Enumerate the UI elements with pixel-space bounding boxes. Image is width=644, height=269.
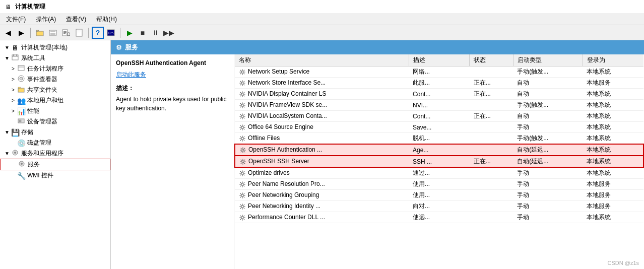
sidebar-item-services[interactable]: 服务 bbox=[0, 159, 110, 170]
table-row[interactable]: Office 64 Source Engine Save... 手动 本地系统 bbox=[235, 122, 643, 133]
table-row[interactable]: OpenSSH Authentication ... Age... 自动(延迟.… bbox=[235, 144, 643, 156]
svg-point-46 bbox=[241, 206, 243, 208]
sidebar: ▼ 🖥 计算机管理(本地) ▼ 系统工具 > 任务计划程序 > 事件查看器 bbox=[0, 40, 111, 269]
cell-startup: 手动 bbox=[513, 212, 583, 223]
col-header-login[interactable]: 登录为 bbox=[583, 54, 643, 66]
expand-icon-share: > bbox=[10, 87, 16, 93]
expand-icon-device bbox=[10, 119, 16, 125]
toolbar-pause[interactable]: ⏸ bbox=[150, 27, 162, 39]
cell-status: 正在... bbox=[470, 111, 513, 122]
sidebar-item-performance[interactable]: > 📊 性能 bbox=[0, 106, 110, 116]
cell-startup: 手动(触发... bbox=[513, 66, 583, 78]
sidebar-label-perf: 性能 bbox=[27, 107, 39, 115]
cell-login: 本地系统 bbox=[583, 156, 643, 167]
table-row[interactable]: Peer Networking Identity ... 向对... 手动 本地… bbox=[235, 201, 643, 212]
services-table-container[interactable]: 名称 描述 状态 启动类型 登录为 Network Setup Service … bbox=[234, 54, 644, 269]
cell-login: 本地服务 bbox=[583, 201, 643, 212]
cell-login: 本地系统 bbox=[583, 111, 643, 122]
cell-status bbox=[470, 66, 513, 78]
table-header: 名称 描述 状态 启动类型 登录为 bbox=[235, 54, 643, 66]
folder-icon bbox=[36, 29, 44, 37]
split-content: OpenSSH Authentication Agent 启动此服务 描述： A… bbox=[111, 54, 644, 269]
sidebar-item-local-users[interactable]: > 👥 本地用户和组 bbox=[0, 95, 110, 106]
table-row[interactable]: Performance Counter DLL ... 使远... 手动 本地系… bbox=[235, 212, 643, 223]
table-row[interactable]: Optimize drives 通过... 手动 本地系统 bbox=[235, 167, 643, 179]
services-table: 名称 描述 状态 启动类型 登录为 Network Setup Service … bbox=[234, 54, 644, 223]
table-row[interactable]: NVIDIA Display Container LS Cont... 正在..… bbox=[235, 89, 643, 100]
sidebar-item-event-viewer[interactable]: > 事件查看器 bbox=[0, 74, 110, 85]
cell-desc: 通过... bbox=[409, 167, 470, 179]
cell-desc: 此服... bbox=[409, 78, 470, 89]
col-header-name[interactable]: 名称 bbox=[235, 54, 409, 66]
cell-desc: 使用... bbox=[409, 179, 470, 190]
table-row[interactable]: OpenSSH SSH Server SSH ... 正在... 自动(延迟..… bbox=[235, 156, 643, 167]
col-header-startup[interactable]: 启动类型 bbox=[513, 54, 583, 66]
left-panel: OpenSSH Authentication Agent 启动此服务 描述： A… bbox=[111, 54, 234, 269]
sidebar-item-shared-folder[interactable]: > 共享文件夹 bbox=[0, 85, 110, 95]
cell-login: 本地系统 bbox=[583, 89, 643, 100]
services-icon bbox=[18, 160, 26, 169]
expand-icon-perf: > bbox=[10, 108, 16, 114]
cell-desc: Age... bbox=[409, 144, 470, 156]
table-row[interactable]: Offline Files 脱机... 手动(触发... 本地系统 bbox=[235, 133, 643, 145]
table-row[interactable]: Peer Name Resolution Pro... 使用... 手动 本地服… bbox=[235, 179, 643, 190]
svg-point-45 bbox=[241, 194, 243, 196]
menu-action[interactable]: 操作(A) bbox=[34, 15, 58, 24]
svg-rect-7 bbox=[63, 31, 67, 32]
cell-startup: 手动 bbox=[513, 122, 583, 133]
cell-name: NVIDIA Display Container LS bbox=[235, 89, 409, 100]
expand-icon-storage: ▼ bbox=[4, 129, 10, 136]
cell-status bbox=[470, 201, 513, 212]
cell-startup: 手动 bbox=[513, 179, 583, 190]
sidebar-item-system-tools[interactable]: ▼ 系统工具 bbox=[0, 53, 110, 63]
device-icon bbox=[17, 117, 25, 126]
svg-rect-22 bbox=[18, 65, 24, 71]
table-row[interactable]: Peer Networking Grouping 使用... 手动 本地服务 bbox=[235, 190, 643, 201]
toolbar-play[interactable]: ▶ bbox=[123, 27, 136, 39]
sidebar-item-root[interactable]: ▼ 🖥 计算机管理(本地) bbox=[0, 42, 110, 53]
svg-rect-21 bbox=[16, 54, 17, 56]
svg-marker-1 bbox=[36, 30, 39, 31]
cell-startup: 手动 bbox=[513, 167, 583, 179]
toolbar-back[interactable]: ◀ bbox=[2, 27, 14, 39]
sidebar-item-disk-management[interactable]: 💿 磁盘管理 bbox=[0, 138, 110, 148]
cell-status bbox=[470, 167, 513, 179]
toolbar-btn-5[interactable]: C:\ bbox=[105, 27, 117, 39]
svg-point-38 bbox=[241, 115, 243, 117]
toolbar-btn-2[interactable] bbox=[47, 27, 59, 39]
toolbar-stop[interactable]: ■ bbox=[137, 27, 149, 39]
sidebar-item-wmi[interactable]: 🔧 WMI 控件 bbox=[0, 170, 110, 181]
sidebar-item-services-apps[interactable]: ▼ 服务和应用程序 bbox=[0, 148, 110, 159]
svg-point-34 bbox=[241, 71, 243, 73]
svg-rect-15 bbox=[77, 33, 80, 33]
toolbar-forward[interactable]: ▶ bbox=[15, 27, 27, 39]
toolbar-btn-4[interactable] bbox=[73, 27, 85, 39]
sidebar-label-wmi: WMI 控件 bbox=[27, 171, 53, 180]
sidebar-item-storage[interactable]: ▼ 💾 存储 bbox=[0, 127, 110, 138]
expand-icon-task: > bbox=[10, 66, 16, 72]
svg-point-35 bbox=[241, 82, 243, 84]
col-header-desc[interactable]: 描述 bbox=[409, 54, 470, 66]
table-row[interactable]: Network Store Interface Se... 此服... 正在..… bbox=[235, 78, 643, 89]
toolbar-help[interactable]: ? bbox=[92, 27, 104, 39]
start-service-link[interactable]: 启动此服务 bbox=[116, 71, 229, 79]
menu-view[interactable]: 查看(V) bbox=[64, 15, 88, 24]
sidebar-item-task-scheduler[interactable]: > 任务计划程序 bbox=[0, 63, 110, 74]
menu-help[interactable]: 帮助(H) bbox=[94, 15, 119, 24]
table-row[interactable]: Network Setup Service 网络... 手动(触发... 本地系… bbox=[235, 66, 643, 78]
toolbar-up[interactable] bbox=[34, 27, 46, 39]
toolbar-restart[interactable]: ▶▶ bbox=[163, 27, 175, 39]
system-tools-icon bbox=[11, 54, 19, 62]
cell-login: 本地系统 bbox=[583, 122, 643, 133]
menu-file[interactable]: 文件(F) bbox=[4, 15, 28, 24]
table-row[interactable]: NVIDIA LocalSystem Conta... Cont... 正在..… bbox=[235, 111, 643, 122]
sidebar-item-device-manager[interactable]: 设备管理器 bbox=[0, 116, 110, 127]
toolbar-btn-3[interactable] bbox=[60, 27, 72, 39]
svg-point-44 bbox=[241, 183, 243, 185]
table-row[interactable]: NVIDIA FrameView SDK se... NVI... 手动(触发.… bbox=[235, 100, 643, 111]
cell-login: 本地服务 bbox=[583, 190, 643, 201]
col-header-status[interactable]: 状态 bbox=[470, 54, 513, 66]
sidebar-label-root: 计算机管理(本地) bbox=[21, 43, 68, 52]
cell-login: 本地系统 bbox=[583, 100, 643, 111]
svg-rect-29 bbox=[19, 120, 21, 122]
